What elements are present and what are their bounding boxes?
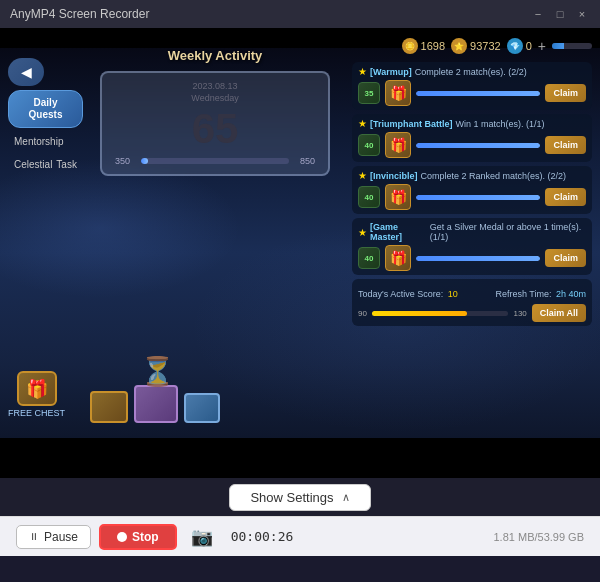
quest-progress-fill-3 xyxy=(416,256,540,261)
claim-button-3[interactable]: Claim xyxy=(545,249,586,267)
recording-time: 00:00:26 xyxy=(231,529,294,544)
active-score-value: 10 xyxy=(448,289,458,299)
game-area: ◀ DailyQuests Mentorship Celestial Task … xyxy=(0,28,600,478)
gem-icon: 💎 xyxy=(507,38,523,54)
quest-item-3: ★ [Game Master] Get a Silver Medal or ab… xyxy=(352,218,592,275)
progress-start-label: 350 xyxy=(110,156,135,166)
bottom-quest-row2: 90 130 Claim All xyxy=(358,304,586,322)
active-score-container: Today's Active Score: 10 xyxy=(358,283,458,301)
gem-stat: 💎 0 xyxy=(507,38,532,54)
quest-body-1: 40 🎁 Claim xyxy=(358,132,586,158)
celestial-task-menu-item[interactable]: Celestial Task xyxy=(8,155,83,174)
quest-desc-1: Win 1 match(es). (1/1) xyxy=(456,119,545,129)
quest-desc-0: Complete 2 match(es). (2/2) xyxy=(415,67,527,77)
quest-item-1: ★ [Triumphant Battle] Win 1 match(es). (… xyxy=(352,114,592,162)
gem-value: 0 xyxy=(526,40,532,52)
progress-bar-container: 350 850 xyxy=(110,156,320,166)
score-track xyxy=(372,311,509,316)
deco-box-3 xyxy=(184,393,220,423)
claim-button-2[interactable]: Claim xyxy=(545,188,586,206)
quest-star-3: ★ xyxy=(358,227,367,238)
show-settings-label: Show Settings xyxy=(250,490,333,505)
activity-board: 2023.08.13 Wednesday 65 350 850 xyxy=(100,71,330,176)
quest-desc-3: Get a Silver Medal or above 1 time(s). (… xyxy=(430,222,586,242)
app-title: AnyMP4 Screen Recorder xyxy=(10,7,530,21)
progress-fill xyxy=(141,158,148,164)
quest-body-0: 35 🎁 Claim xyxy=(358,80,586,106)
refresh-label: Refresh Time: xyxy=(495,289,551,299)
progress-track xyxy=(141,158,289,164)
gold-value: 93732 xyxy=(470,40,501,52)
center-panel: Weekly Activity 2023.08.13 Wednesday 65 … xyxy=(100,48,330,176)
quest-header-1: ★ [Triumphant Battle] Win 1 match(es). (… xyxy=(358,118,586,129)
free-chest[interactable]: 🎁 FREE CHEST xyxy=(8,371,65,418)
quest-name-1: [Triumphant Battle] xyxy=(370,119,453,129)
quest-reward-3: 🎁 xyxy=(385,245,411,271)
quest-body-2: 40 🎁 Claim xyxy=(358,184,586,210)
quest-header-0: ★ [Warmup] Complete 2 match(es). (2/2) xyxy=(358,66,586,77)
window-controls: − □ × xyxy=(530,6,590,22)
control-bar: ⏸ Pause Stop 📷 00:00:26 1.81 MB/53.99 GB xyxy=(0,516,600,556)
coin-stat: 🪙 1698 xyxy=(402,38,445,54)
score-end-label: 130 xyxy=(513,309,526,318)
minimize-button[interactable]: − xyxy=(530,6,546,22)
coin-icon: 🪙 xyxy=(402,38,418,54)
quest-progress-fill-2 xyxy=(416,195,540,200)
quest-name-0: [Warmup] xyxy=(370,67,412,77)
close-button[interactable]: × xyxy=(574,6,590,22)
quest-name-3: [Game Master] xyxy=(370,222,427,242)
decorative-items xyxy=(90,385,220,423)
quest-progress-fill-0 xyxy=(416,91,540,96)
add-currency-button[interactable]: + xyxy=(538,38,546,54)
quest-desc-2: Complete 2 Ranked match(es). (2/2) xyxy=(421,171,567,181)
progress-end-label: 850 xyxy=(295,156,320,166)
gold-icon: ⭐ xyxy=(451,38,467,54)
bottom-overlay xyxy=(0,438,600,478)
quest-list: ★ [Warmup] Complete 2 match(es). (2/2) 3… xyxy=(352,62,592,275)
daily-quests-button[interactable]: DailyQuests xyxy=(8,90,83,128)
active-score-label: Today's Active Score: xyxy=(358,289,443,299)
currency-bar xyxy=(552,43,592,49)
stop-label: Stop xyxy=(132,530,159,544)
quest-xp-1: 40 xyxy=(358,134,380,156)
quest-header-3: ★ [Game Master] Get a Silver Medal or ab… xyxy=(358,222,586,242)
quest-header-2: ★ [Invincible] Complete 2 Ranked match(e… xyxy=(358,170,586,181)
quest-xp-0: 35 xyxy=(358,82,380,104)
file-size-display: 1.81 MB/53.99 GB xyxy=(494,531,585,543)
hourglass-icon: ⏳ xyxy=(140,355,175,388)
pause-button[interactable]: ⏸ Pause xyxy=(16,525,91,549)
mentorship-menu-item[interactable]: Mentorship xyxy=(8,132,83,151)
stop-icon xyxy=(117,532,127,542)
chest-icon: 🎁 xyxy=(17,371,57,406)
left-panel: ◀ DailyQuests Mentorship Celestial Task xyxy=(8,58,83,174)
quest-progress-fill-1 xyxy=(416,143,540,148)
screenshot-button[interactable]: 📷 xyxy=(185,524,219,550)
quest-progress-bar-2 xyxy=(416,195,540,200)
quest-star-1: ★ xyxy=(358,118,367,129)
score-fill xyxy=(372,311,468,316)
quest-progress-bar-3 xyxy=(416,256,540,261)
back-button[interactable]: ◀ xyxy=(8,58,44,86)
bottom-quest: Today's Active Score: 10 Refresh Time: 2… xyxy=(352,279,592,326)
weekly-activity-title: Weekly Activity xyxy=(100,48,330,63)
quest-reward-2: 🎁 xyxy=(385,184,411,210)
pause-icon: ⏸ xyxy=(29,531,39,542)
chevron-up-icon: ∧ xyxy=(342,491,350,504)
stop-button[interactable]: Stop xyxy=(99,524,177,550)
deco-box-1 xyxy=(90,391,128,423)
free-chest-label: FREE CHEST xyxy=(8,408,65,418)
quest-reward-1: 🎁 xyxy=(385,132,411,158)
right-panel: 🪙 1698 ⭐ 93732 💎 0 + ★ [Warmup] xyxy=(352,38,592,326)
claim-all-button[interactable]: Claim All xyxy=(532,304,586,322)
quest-xp-3: 40 xyxy=(358,247,380,269)
refresh-value: 2h 40m xyxy=(556,289,586,299)
board-date: 2023.08.13 Wednesday xyxy=(110,81,320,104)
quest-item-2: ★ [Invincible] Complete 2 Ranked match(e… xyxy=(352,166,592,214)
show-settings-bar: Show Settings ∧ xyxy=(0,478,600,516)
show-settings-button[interactable]: Show Settings ∧ xyxy=(229,484,370,511)
claim-button-1[interactable]: Claim xyxy=(545,136,586,154)
claim-button-0[interactable]: Claim xyxy=(545,84,586,102)
maximize-button[interactable]: □ xyxy=(552,6,568,22)
quest-body-3: 40 🎁 Claim xyxy=(358,245,586,271)
top-stats: 🪙 1698 ⭐ 93732 💎 0 + xyxy=(352,38,592,54)
